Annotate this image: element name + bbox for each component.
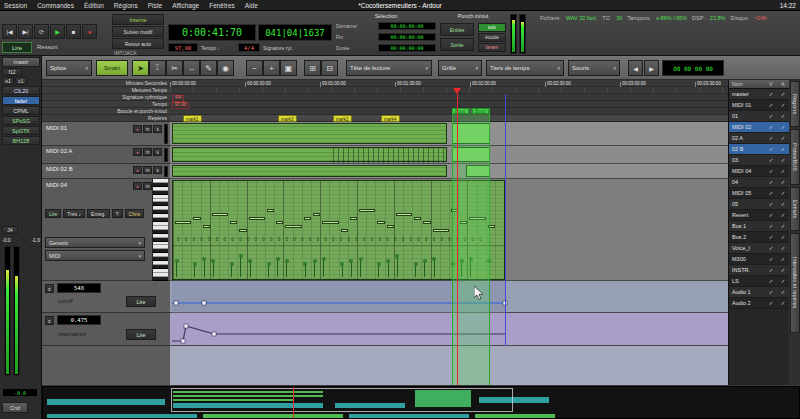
secondary-clock[interactable]: 041|04|1637 [258, 24, 332, 41]
strip-name-button[interactable]: mastr [2, 57, 40, 67]
active-checkbox[interactable]: ✓ [777, 102, 789, 108]
ruler-label-boucle-et-punch-in-out[interactable]: Boucle et punch-in/out [42, 108, 170, 115]
écoute-indicator[interactable]: écoute [478, 33, 506, 42]
velocity-stem[interactable] [397, 256, 398, 277]
nudge-forward-button[interactable]: ▶ [644, 60, 659, 76]
active-checkbox[interactable]: ✓ [777, 300, 789, 306]
velocity-stem[interactable] [305, 264, 306, 277]
track-name[interactable]: MIDI 02 A [46, 148, 72, 154]
ruler-area[interactable]: 00:00:00:0000:00:30:0000:01:00:0000:01:3… [170, 80, 728, 122]
record-arm-button[interactable]: ● [133, 166, 142, 174]
midi-note[interactable] [193, 217, 200, 220]
velocity-stem[interactable] [323, 259, 324, 277]
active-checkbox[interactable]: ✓ [777, 113, 789, 119]
visible-checkbox[interactable]: ✓ [765, 168, 777, 174]
selection-row-value[interactable]: 00:00:00:00 [378, 44, 436, 52]
loop-button[interactable]: ⟳ [34, 24, 49, 39]
midi-note[interactable] [396, 213, 412, 216]
midi-region[interactable] [172, 165, 447, 177]
velocity-stem[interactable] [194, 264, 195, 277]
midi-option-lire[interactable]: Lire [45, 209, 61, 218]
midi-note[interactable] [377, 221, 384, 224]
track-list-row-revert[interactable]: Revert✓✓ [729, 210, 790, 221]
active-checkbox[interactable]: ✓ [777, 190, 789, 196]
track-list-row-midi-04[interactable]: MIDI 04✓✓ [729, 166, 790, 177]
midi-region[interactable] [172, 147, 447, 162]
visible-checkbox[interactable]: ✓ [765, 245, 777, 251]
active-checkbox[interactable]: ✓ [777, 124, 789, 130]
midi-note[interactable] [212, 213, 228, 216]
track-list-row-midi-01[interactable]: MIDI 01✓✓ [729, 100, 790, 111]
solo-button[interactable]: s [153, 148, 162, 156]
visible-checkbox[interactable]: ✓ [765, 135, 777, 141]
active-checkbox[interactable]: ✓ [777, 256, 789, 262]
track-list-row-audio-1[interactable]: Audio 1✓✓ [729, 287, 790, 298]
visible-checkbox[interactable]: ✓ [765, 102, 777, 108]
tempo-ruler[interactable]: 97,00 [170, 101, 728, 108]
goto-start-button[interactable]: |◀ [2, 24, 17, 39]
zoom-out-button[interactable]: − [246, 60, 263, 76]
sync-source-button[interactable]: Interne [112, 14, 164, 25]
midi-note[interactable] [414, 217, 421, 220]
track-list-row-02-b[interactable]: 02 B✓✓ [729, 144, 790, 155]
loop-punch-ruler[interactable]: BoudBoud [170, 108, 728, 115]
velocity-stem[interactable] [415, 264, 416, 277]
velocity-stem[interactable] [388, 261, 389, 277]
menu-commandes[interactable]: Commandes [35, 0, 76, 11]
auto-return-button[interactable]: Retour auto [112, 38, 164, 49]
velocity-stem[interactable] [378, 264, 379, 277]
edit-point-dropdown[interactable]: Souris [568, 60, 620, 76]
marker-mark2[interactable]: mark2 [333, 115, 352, 122]
strip-cpml-button[interactable]: CPML [2, 106, 40, 115]
record-arm-button[interactable]: ● [133, 182, 142, 190]
track-list-row-01[interactable]: 01✓✓ [729, 111, 790, 122]
menu-r-gions[interactable]: Régions [112, 0, 140, 11]
automation-menu-button[interactable]: ≡ [45, 316, 54, 325]
track-header-midi02b[interactable]: MIDI 02 B ●ms [42, 164, 170, 179]
mute-button[interactable]: m [143, 125, 152, 133]
tab-extraits[interactable]: Extraits [790, 187, 800, 231]
velocity-stem[interactable] [351, 261, 352, 277]
visible-checkbox[interactable]: ✓ [765, 146, 777, 152]
grid-unit-dropdown[interactable]: Tiers de temps [486, 60, 564, 76]
visible-checkbox[interactable]: ✓ [765, 267, 777, 273]
velocity-stem[interactable] [277, 259, 278, 277]
velocity-stem[interactable] [204, 259, 205, 277]
selection-row-value[interactable]: 00:00:00:00 [378, 22, 436, 30]
velocity-stem[interactable] [434, 259, 435, 277]
active-checkbox[interactable]: ✓ [777, 146, 789, 152]
record-arm-button[interactable]: ● [133, 148, 142, 156]
velocity-stem[interactable] [240, 256, 241, 277]
markers-ruler[interactable]: mark1mark3mark2mark4 [170, 115, 728, 122]
track-header-midi01[interactable]: MIDI 01 ●ms [42, 122, 170, 146]
meter-mini-clock[interactable]: 4/4 [238, 43, 260, 52]
menu-aide[interactable]: Aide [243, 0, 260, 11]
active-checkbox[interactable]: ✓ [777, 91, 789, 97]
canvas-empty-area[interactable] [170, 346, 728, 385]
track-name[interactable]: MIDI 01 [46, 125, 67, 131]
strip-bh128-button[interactable]: BH128 [2, 136, 40, 145]
active-checkbox[interactable]: ✓ [777, 267, 789, 273]
midi-note[interactable] [276, 221, 283, 224]
tab-intervalles-et-rep-res[interactable]: Intervalles et repères [790, 233, 800, 333]
midi-note[interactable] [285, 225, 301, 228]
visible-checkbox[interactable]: ✓ [765, 124, 777, 130]
strip-spgtk-button[interactable]: SpGTK [2, 126, 40, 135]
visible-checkbox[interactable]: ✓ [765, 201, 777, 207]
track-list-row-bus-1[interactable]: Bus 1✓✓ [729, 221, 790, 232]
track-list-row-midi-05[interactable]: MIDI 05✓✓ [729, 188, 790, 199]
visible-checkbox[interactable]: ✓ [765, 223, 777, 229]
midi-note[interactable] [359, 209, 375, 212]
session-summary[interactable] [42, 386, 800, 419]
marker-mark3[interactable]: mark3 [278, 115, 297, 122]
ruler-label-signature-rythmique[interactable]: Signature rythmique [42, 94, 170, 101]
zoom-in-button[interactable]: + [263, 60, 280, 76]
nudge-back-button[interactable]: ◀ [628, 60, 643, 76]
visible-checkbox[interactable]: ✓ [765, 256, 777, 262]
follow-edits-button[interactable]: Suiven modif [112, 26, 164, 37]
strip-f12-button[interactable]: f12 [2, 68, 22, 76]
menu-piste[interactable]: Piste [146, 0, 164, 11]
track-list-row-03[interactable]: 03✓✓ [729, 155, 790, 166]
menu-affichage[interactable]: Affichage [170, 0, 201, 11]
zoom-tool-button[interactable]: ◉ [217, 60, 234, 76]
